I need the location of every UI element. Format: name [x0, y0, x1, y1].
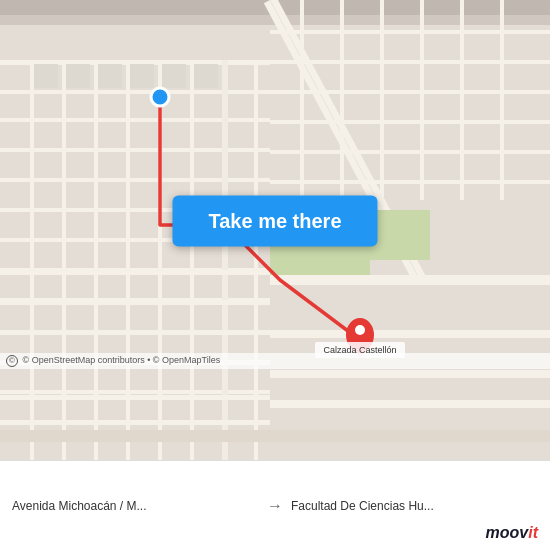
- route-info: Avenida Michoacán / M... → Facultad De C…: [12, 497, 538, 515]
- label-calzada-hector: Rame...: [278, 390, 310, 400]
- label-boulevard-adolfo: Boulevard AdolfoLopez Mateos: [285, 130, 353, 154]
- map-container: Calzada Castellón American Canal Avenida…: [0, 0, 550, 460]
- route-from: Avenida Michoacán / M...: [12, 499, 259, 513]
- take-me-there-button[interactable]: Take me there: [172, 195, 377, 246]
- label-santa-isabel: Santa Isabel: [2, 148, 58, 159]
- label-calle-k: Calle K: [420, 90, 452, 101]
- label-avenida-tabasco: Avenida Tabasco: [72, 118, 148, 129]
- label-calle-f: Calle F: [360, 82, 392, 93]
- copyright-icon: ©: [6, 355, 18, 367]
- moovit-logo: moovit: [486, 524, 538, 542]
- label-rame: Rame...: [2, 390, 37, 401]
- route-to: Facultad De Ciencias Hu...: [291, 499, 538, 513]
- route-arrow-icon: →: [267, 497, 283, 515]
- label-boulevard-lazaro: Boulevard Lázaro Cárdenas: [300, 278, 425, 289]
- label-avenida-colon: Avenida Colon: [80, 38, 145, 49]
- map-attribution: © © OpenStreetMap contributors • © OpenM…: [0, 353, 550, 369]
- bottom-bar: Avenida Michoacán / M... → Facultad De C…: [0, 460, 550, 550]
- label-avenida-oaxaca: Avenida Oaxaca: [82, 90, 155, 101]
- label-calle-l: Calle L: [360, 52, 391, 63]
- label-american-canal: American Canal: [2, 22, 73, 33]
- label-avenida-reforma: Avenida Reforma: [340, 28, 417, 39]
